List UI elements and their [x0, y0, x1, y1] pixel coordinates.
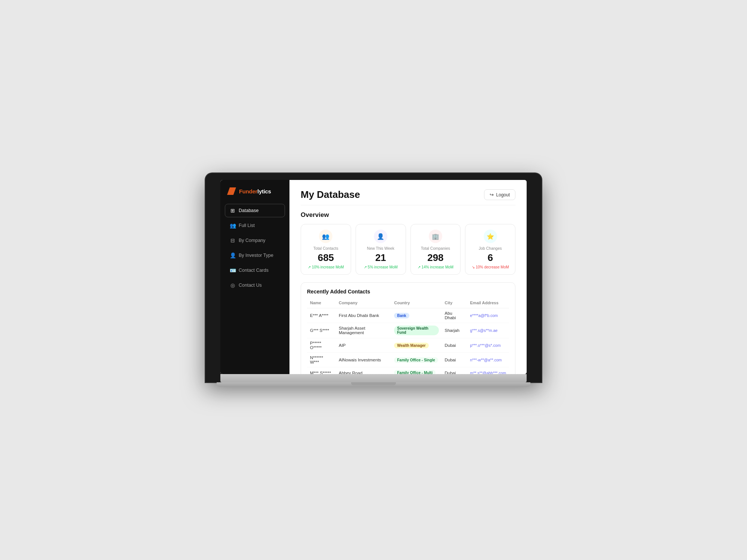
contact-cards-icon: 🪪: [230, 267, 236, 273]
logo-prefix: Funder: [239, 188, 257, 195]
trend-arrow-up3: ↗: [418, 265, 421, 269]
cell-name: M*** S*****: [307, 367, 336, 374]
col-company: Company: [336, 299, 391, 308]
total-companies-trend: ↗ 14% increase MoM: [415, 265, 456, 269]
cell-city: Abu Dhabi: [442, 308, 467, 323]
cell-email: n***-w**@a**.com: [467, 353, 509, 367]
sidebar-label-contact-us: Contact Us: [239, 283, 262, 288]
database-icon: ⊞: [230, 208, 236, 214]
table-row: P***** O***** AIP Wealth Manager Dubai p…: [307, 338, 509, 353]
new-this-week-value: 21: [360, 252, 401, 264]
contact-us-icon: ◎: [230, 282, 236, 288]
stat-card-job-changes: ⭐ Job Changes 6 ↘ 10% decrease MoM: [465, 224, 515, 275]
job-changes-label: Job Changes: [470, 246, 511, 251]
cell-company: AIP: [336, 338, 391, 353]
sidebar-item-full-list[interactable]: 👥 Full List: [225, 219, 285, 232]
sidebar-item-database[interactable]: ⊞ Database: [225, 204, 285, 217]
sidebar-label-by-company: By Company: [239, 238, 266, 243]
total-contacts-icon: 👥: [319, 230, 332, 243]
col-email: Email Address: [467, 299, 509, 308]
overview-title: Overview: [301, 211, 515, 219]
recently-added-title: Recently Added Contacts: [307, 289, 509, 295]
total-companies-label: Total Companies: [415, 246, 456, 251]
cell-badge: Bank: [391, 308, 441, 323]
sidebar-label-by-investor-type: By Investor Type: [239, 253, 273, 258]
new-this-week-trend: ↗ 5% increase MoM: [360, 265, 401, 269]
stat-card-new-this-week: 👤 New This Week 21 ↗ 5% increase MoM: [356, 224, 406, 275]
logout-icon: ↪: [490, 192, 494, 197]
cell-badge: Sovereign Wealth Fund: [391, 323, 441, 338]
cell-email: m**.s**@abb***.com: [467, 367, 509, 374]
cell-email: g***.s@s**m.ae: [467, 323, 509, 338]
cell-company: Sharjah Asset Management: [336, 323, 391, 338]
sidebar-label-database: Database: [239, 208, 259, 213]
job-changes-icon: ⭐: [484, 230, 497, 243]
trend-arrow-down: ↘: [472, 265, 475, 269]
logout-label: Logout: [496, 192, 510, 197]
screen-bezel: Funderlytics ⊞ Database 👥 Full List ⊟ By…: [205, 173, 542, 382]
total-companies-value: 298: [415, 252, 456, 264]
col-name: Name: [307, 299, 336, 308]
total-contacts-label: Total Contacts: [306, 246, 346, 251]
sidebar-item-by-investor-type[interactable]: 👤 By Investor Type: [225, 249, 285, 262]
cell-name: P***** O*****: [307, 338, 336, 353]
table-row: N****** W*** AlNowais Investments Family…: [307, 353, 509, 367]
recently-added-section: Recently Added Contacts Name Company Cou…: [301, 282, 515, 374]
total-contacts-trend: ↗ 10% increase MoM: [306, 265, 346, 269]
page-header: My Database ↪ Logout: [301, 189, 515, 205]
cell-company: AlNowais Investments: [336, 353, 391, 367]
col-country: Country: [391, 299, 441, 308]
trend-arrow-up: ↗: [308, 265, 311, 269]
sidebar-label-contact-cards: Contact Cards: [239, 268, 269, 273]
logout-button[interactable]: ↪ Logout: [484, 189, 515, 200]
contacts-table: Name Company Country City Email Address …: [307, 299, 509, 374]
cell-email: e****a@f*b.com: [467, 308, 509, 323]
logo: Funderlytics: [225, 187, 285, 204]
screen: Funderlytics ⊞ Database 👥 Full List ⊟ By…: [220, 180, 527, 374]
by-investor-icon: 👤: [230, 252, 236, 258]
laptop-base: [220, 374, 527, 382]
table-row: M*** S***** Abbey Road Family Office - M…: [307, 367, 509, 374]
sidebar: Funderlytics ⊞ Database 👥 Full List ⊟ By…: [220, 180, 289, 374]
by-company-icon: ⊟: [230, 237, 236, 243]
cell-email: p***.o***@s*.com: [467, 338, 509, 353]
stat-card-total-companies: 🏢 Total Companies 298 ↗ 14% increase MoM: [410, 224, 461, 275]
table-row: G*** S**** Sharjah Asset Management Sove…: [307, 323, 509, 338]
trend-arrow-up2: ↗: [364, 265, 367, 269]
stats-grid: 👥 Total Contacts 685 ↗ 10% increase MoM …: [301, 224, 515, 275]
cell-company: Abbey Road: [336, 367, 391, 374]
cell-badge: Wealth Manager: [391, 338, 441, 353]
logo-text: Funderlytics: [239, 188, 271, 195]
cell-badge: Family Office - Multi: [391, 367, 441, 374]
cell-name: N****** W***: [307, 353, 336, 367]
laptop-frame: Funderlytics ⊞ Database 👥 Full List ⊟ By…: [205, 173, 542, 387]
sidebar-item-contact-cards[interactable]: 🪪 Contact Cards: [225, 264, 285, 277]
new-this-week-label: New This Week: [360, 246, 401, 251]
full-list-icon: 👥: [230, 223, 236, 228]
sidebar-item-by-company[interactable]: ⊟ By Company: [225, 234, 285, 247]
cell-city: Dubai: [442, 367, 467, 374]
logo-icon: [227, 187, 236, 195]
stat-card-total-contacts: 👥 Total Contacts 685 ↗ 10% increase MoM: [301, 224, 351, 275]
cell-city: Dubai: [442, 338, 467, 353]
cell-name: E*** A****: [307, 308, 336, 323]
sidebar-label-full-list: Full List: [239, 223, 255, 228]
col-city: City: [442, 299, 467, 308]
job-changes-value: 6: [470, 252, 511, 264]
table-row: E*** A**** First Abu Dhabi Bank Bank Abu…: [307, 308, 509, 323]
cell-company: First Abu Dhabi Bank: [336, 308, 391, 323]
total-companies-icon: 🏢: [429, 230, 442, 243]
new-this-week-icon: 👤: [374, 230, 387, 243]
cell-name: G*** S****: [307, 323, 336, 338]
main-content: My Database ↪ Logout Overview 👥 Total Co…: [289, 180, 527, 374]
page-title: My Database: [301, 189, 360, 200]
cell-city: Sharjah: [442, 323, 467, 338]
job-changes-trend: ↘ 10% decrease MoM: [470, 265, 511, 269]
cell-badge: Family Office - Single: [391, 353, 441, 367]
sidebar-item-contact-us[interactable]: ◎ Contact Us: [225, 279, 285, 292]
total-contacts-value: 685: [306, 252, 346, 264]
cell-city: Dubai: [442, 353, 467, 367]
logo-suffix: lytics: [257, 188, 271, 195]
